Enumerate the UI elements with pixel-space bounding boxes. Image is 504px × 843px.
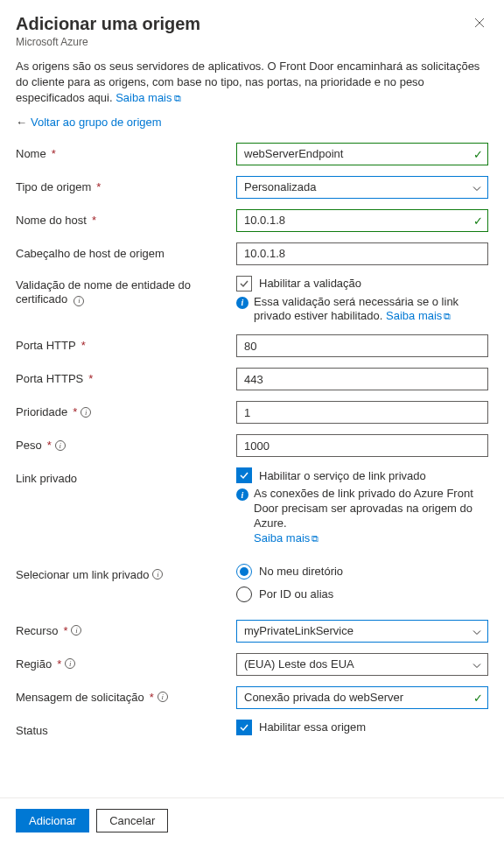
host-name-label: Nome do host* xyxy=(16,209,236,227)
radio-in-directory[interactable]: No meu diretório xyxy=(236,564,488,580)
private-link-note: i As conexões de link privado do Azure F… xyxy=(236,487,488,546)
cancel-button[interactable]: Cancelar xyxy=(96,809,168,816)
https-port-input[interactable] xyxy=(236,368,488,390)
weight-label: Peso* i xyxy=(16,434,236,452)
private-link-learn-more-link[interactable]: Saiba mais⧉ xyxy=(254,531,318,544)
enable-origin-label[interactable]: Habilitar essa origem xyxy=(259,720,366,734)
origin-type-select[interactable]: Personalizada xyxy=(236,176,488,199)
region-label: Região* i xyxy=(16,653,236,671)
enable-private-link-checkbox[interactable] xyxy=(236,467,252,483)
host-name-input[interactable] xyxy=(236,209,488,232)
radio-by-id[interactable]: Por ID ou alias xyxy=(236,587,488,602)
name-input[interactable] xyxy=(236,143,488,165)
panel-description: As origens são os seus servidores de apl… xyxy=(16,59,488,107)
info-filled-icon: i xyxy=(236,297,248,309)
priority-input[interactable] xyxy=(236,401,488,424)
add-button[interactable]: Adicionar xyxy=(16,809,89,816)
panel-footer: Adicionar Cancelar xyxy=(0,797,504,816)
cert-validation-note: i Essa validação será necessária se o li… xyxy=(236,295,488,325)
back-link[interactable]: ← Voltar ao grupo de origem xyxy=(16,116,488,129)
info-icon[interactable]: i xyxy=(65,658,75,669)
weight-input[interactable] xyxy=(236,434,488,457)
radio-label: No meu diretório xyxy=(259,565,343,578)
external-link-icon: ⧉ xyxy=(312,532,318,544)
cert-validation-label: Validação de nome de entidade do certifi… xyxy=(16,276,236,308)
info-icon[interactable]: i xyxy=(55,440,66,451)
info-icon[interactable]: i xyxy=(80,407,91,418)
private-link-label: Link privado xyxy=(16,467,236,485)
resource-label: Recurso* i xyxy=(16,620,236,637)
priority-label: Prioridade* i xyxy=(16,401,236,418)
enable-validation-checkbox[interactable] xyxy=(236,276,252,292)
external-link-icon: ⧉ xyxy=(174,92,181,105)
request-message-label: Mensagem de solicitação* i xyxy=(16,686,236,704)
close-button[interactable] xyxy=(471,14,488,32)
info-filled-icon: i xyxy=(236,488,248,501)
info-icon[interactable]: i xyxy=(158,692,168,702)
enable-validation-label[interactable]: Habilitar a validação xyxy=(259,277,361,290)
origin-type-label: Tipo de origem* xyxy=(16,176,236,193)
origin-host-header-label: Cabeçalho de host de origem xyxy=(16,242,236,260)
description-text: As origens são os seus servidores de apl… xyxy=(16,60,480,104)
http-port-input[interactable] xyxy=(236,334,488,357)
select-private-link-label: Selecionar um link privado i xyxy=(16,564,236,581)
https-port-label: Porta HTTPS* xyxy=(16,368,236,385)
info-icon[interactable]: i xyxy=(71,625,81,636)
radio-icon xyxy=(236,587,252,602)
enable-origin-checkbox[interactable] xyxy=(236,720,252,735)
name-label: Nome* xyxy=(16,143,236,160)
arrow-left-icon: ← xyxy=(16,116,27,129)
close-icon xyxy=(474,18,485,28)
region-select[interactable]: (EUA) Leste dos EUA xyxy=(236,653,488,676)
learn-more-link[interactable]: Saiba mais⧉ xyxy=(116,91,180,104)
origin-host-header-input[interactable] xyxy=(236,242,488,265)
back-link-label: Voltar ao grupo de origem xyxy=(31,116,162,129)
info-icon[interactable]: i xyxy=(74,296,84,306)
panel-subtitle: Microsoft Azure xyxy=(16,36,488,48)
info-icon[interactable]: i xyxy=(152,569,163,580)
radio-label: Por ID ou alias xyxy=(259,587,333,601)
cert-learn-more-link[interactable]: Saiba mais⧉ xyxy=(386,309,451,322)
radio-icon xyxy=(236,564,252,580)
external-link-icon: ⧉ xyxy=(444,310,451,322)
panel-title: Adicionar uma origem xyxy=(16,14,488,34)
panel-header: Adicionar uma origem Microsoft Azure xyxy=(16,14,488,48)
status-label: Status xyxy=(16,720,236,737)
request-message-input[interactable] xyxy=(236,686,488,709)
enable-private-link-label[interactable]: Habilitar o serviço de link privado xyxy=(259,469,426,482)
http-port-label: Porta HTTP* xyxy=(16,334,236,352)
resource-select[interactable]: myPrivateLinkService xyxy=(236,620,488,643)
